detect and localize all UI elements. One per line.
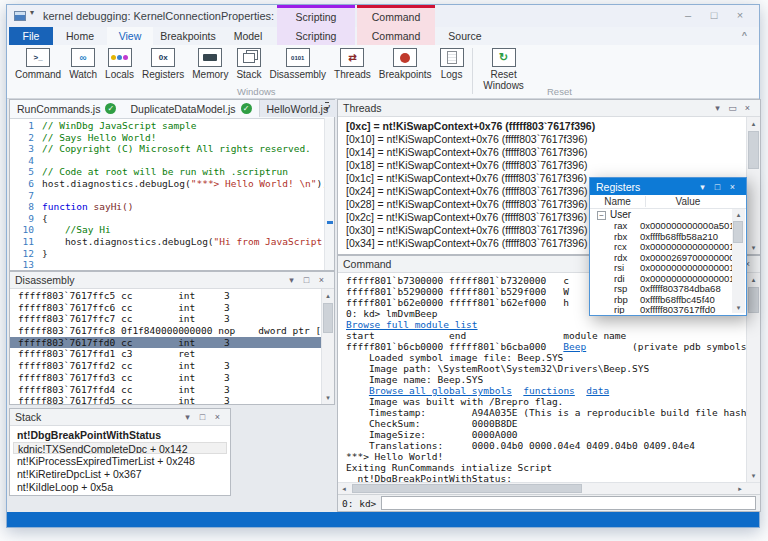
scroll-up-button[interactable]: ▴ [747,117,760,130]
command-link[interactable]: functions [523,385,574,396]
ribbon-button-breakpoints[interactable]: Breakpoints [375,47,436,80]
ribbon-tab-source[interactable]: Source [437,27,493,45]
disassembly-row[interactable]: fffff803`7617ffd4 cc int 3 [10,384,321,396]
column-name[interactable]: Name [590,196,646,207]
column-value[interactable]: Value [646,196,730,207]
threads-title-bar[interactable]: Threads ▾ ▭ × [338,100,760,117]
command-link[interactable]: Beep [563,341,586,352]
disassembly-row[interactable]: fffff803`7617ffc5 cc int 3 [10,290,321,302]
thread-row[interactable]: [0x14] = nt!KiSwapContext+0x76 (fffff803… [338,146,746,159]
register-row[interactable]: rax0x000000000000a501 [590,221,732,232]
threads-scrollbar[interactable]: ▴ ▾ [746,117,760,254]
maximize-button[interactable]: □ [701,6,727,24]
ribbon-button-reset-windows[interactable]: ↻Reset Windows [477,47,531,91]
editor-tab-duplicatedatamodel-js[interactable]: DuplicateDataModel.js✓ [123,100,258,117]
title-bar[interactable]: ▾ kernel debugging: KernelConnectionProp… [7,5,759,27]
scrollbar-thumb[interactable] [733,221,743,243]
stack-frame[interactable]: nt!KiRetireDpcList + 0x367 [13,468,227,480]
panel-menu-icon[interactable]: ▾ [180,410,195,425]
disassembly-row[interactable]: fffff803`7617ffc7 cc int 3 [10,313,321,325]
disassembly-row[interactable]: fffff803`7617ffd1 c3 ret [10,348,321,360]
register-row[interactable]: rcx0x0000000000000001 [590,242,732,253]
panel-pin-icon[interactable]: ▭ [725,101,740,116]
stack-title-bar[interactable]: Stack ▾ □ × [10,409,230,426]
editor-scrollbar[interactable] [324,118,334,270]
register-row[interactable]: rsi0x0000000000000001 [590,263,732,274]
scrollbar-thumb[interactable] [352,484,582,493]
ribbon-button-disassembly[interactable]: 0101Disassembly [265,47,330,80]
panel-maximize-icon[interactable]: □ [195,410,210,425]
disassembly-title-bar[interactable]: Disassembly ▾ □ × [10,272,334,289]
panel-close-icon[interactable]: × [210,410,225,425]
app-menu-caret-icon[interactable]: ▾ [30,8,34,17]
thread-row[interactable]: [0x10] = nt!KiSwapContext+0x76 (fffff803… [338,133,746,146]
scroll-left-button[interactable]: ◂ [338,483,350,494]
thread-row[interactable]: [0xc] = nt!KiSwapContext+0x76 (fffff803`… [338,120,746,133]
tab-overflow-icon[interactable]: ▾ [325,102,329,114]
command-link[interactable]: data [586,385,609,396]
ribbon-button-logs[interactable]: Logs [436,47,468,80]
ribbon-tab-command[interactable]: Command [357,27,435,45]
disassembly-row[interactable]: fffff803`7617ffc6 cc int 3 [10,302,321,314]
stack-frame[interactable]: nt!KiIdleLoop + 0x5a [13,481,227,493]
stack-frame[interactable]: nt!DbgBreakPointWithStatus [13,429,227,441]
scroll-up-button[interactable]: ▴ [732,209,745,220]
registers-title-bar[interactable]: Registers ▾ □ × [590,178,746,195]
command-vertical-scrollbar[interactable]: ▴ ▾ [746,273,760,482]
ribbon-button-command[interactable]: >_Command [11,47,65,80]
disassembly-row[interactable]: fffff803`7617ffd3 cc int 3 [10,372,321,384]
command-link[interactable]: Browse all global symbols [369,385,512,396]
editor-code-area[interactable]: 1// WinDbg JavaScript sample2// Says Hel… [10,118,325,270]
minimize-button[interactable]: – [675,6,701,24]
scrollbar-track[interactable] [350,483,734,494]
panel-menu-icon[interactable]: ▾ [710,101,725,116]
panel-close-icon[interactable]: × [314,273,329,288]
ribbon-button-watch[interactable]: ∞Watch [65,47,101,80]
scrollbar-thumb[interactable] [748,131,759,169]
registers-scrollbar[interactable]: ▴ ▾ [732,209,745,313]
collapse-toggle-icon[interactable]: − [597,211,606,220]
scroll-right-button[interactable]: ▸ [734,483,746,494]
panel-maximize-icon[interactable]: □ [299,273,314,288]
command-link[interactable]: Browse full module list [346,319,478,330]
command-horizontal-scrollbar[interactable]: ◂ ▸ [338,482,746,494]
ribbon-button-threads[interactable]: ⇄Threads [330,47,375,80]
ribbon-tab-view[interactable]: View [107,27,153,45]
disassembly-row[interactable]: fffff803`7617ffd2 cc int 3 [10,360,321,372]
ribbon-button-stack[interactable]: Stack [232,47,265,80]
register-row[interactable]: rip0xfffff8037617ffd0 [590,305,732,314]
stack-frame[interactable]: kdnic!TXSendCompleteDpc + 0x142 [13,442,227,454]
panel-close-icon[interactable]: × [740,101,755,116]
scroll-up-button[interactable]: ▴ [322,289,334,302]
panel-menu-icon[interactable]: ▾ [695,182,710,192]
ribbon-button-locals[interactable]: Locals [101,47,138,80]
ribbon-button-registers[interactable]: 0xRegisters [138,47,188,80]
ribbon-tab-file[interactable]: File [9,27,53,45]
scrollbar-thumb[interactable] [323,303,333,333]
panel-close-icon[interactable]: × [725,182,740,192]
ribbon-tab-breakpoints[interactable]: Breakpoints [153,27,223,45]
disassembly-row[interactable]: fffff803`7617ffd5 cc int 3 [10,395,321,404]
stack-frame[interactable]: nt!KiProcessExpiredTimerList + 0x248 [13,455,227,467]
thread-row[interactable]: [0x18] = nt!KiSwapContext+0x76 (fffff803… [338,159,746,172]
ribbon-tab-home[interactable]: Home [53,27,107,45]
command-input[interactable] [381,496,756,510]
register-row[interactable]: rsp0xfffff803784dba68 [590,284,732,295]
ribbon-collapse-icon[interactable]: ^ [742,30,747,40]
disassembly-row[interactable]: fffff803`7617ffc8 0f1f840000000000 nop d… [10,325,321,337]
editor-tab-runcommands-js[interactable]: RunCommands.js✓ [10,100,123,117]
ribbon-tab-scripting[interactable]: Scripting [277,27,355,45]
panel-menu-icon[interactable]: ▾ [284,273,299,288]
close-button[interactable]: × [727,6,753,24]
ribbon-button-memory[interactable]: Memory [188,47,232,80]
disassembly-scrollbar[interactable]: ▴ ▾ [321,289,334,404]
scroll-down-button[interactable]: ▾ [322,391,334,404]
scroll-down-button[interactable]: ▾ [732,302,745,313]
ribbon-tab-model[interactable]: Model [223,27,273,45]
panel-maximize-icon[interactable]: □ [710,182,725,192]
disassembly-row[interactable]: fffff803`7617ffd0 cc int 3 [10,337,321,349]
scroll-up-button[interactable]: ▴ [747,273,760,286]
scrollbar-thumb[interactable] [748,287,759,313]
scroll-down-button[interactable]: ▾ [747,469,760,482]
scroll-down-button[interactable]: ▾ [747,241,760,254]
